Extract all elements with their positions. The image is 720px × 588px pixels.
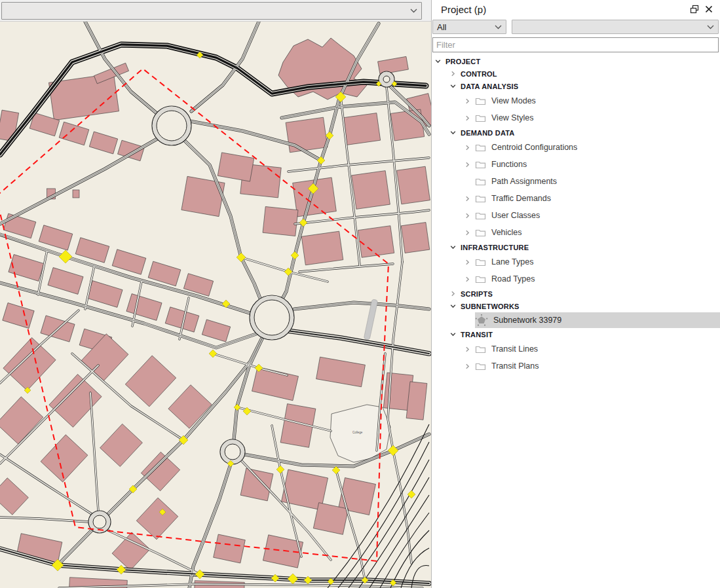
panel-header: Project (p) [432,0,720,18]
tree-item-label: Transit Plans [491,361,539,371]
tree-item-label: Transit Lines [491,344,538,354]
chevron-collapsed-icon[interactable] [464,276,470,282]
chevron-collapsed-icon[interactable] [464,162,470,168]
tree-item-centroid-configurations[interactable]: Centroid Configurations [432,139,720,156]
tree-item-traffic-demands[interactable]: Traffic Demands [432,190,720,207]
tree-item-label: SUBNETWORKS [461,303,520,310]
chevron-expanded-icon[interactable] [435,58,441,64]
chevron-expanded-icon[interactable] [450,130,456,136]
tree-item-path-assignments[interactable]: Path Assignments [432,173,720,190]
tree-item-label: Vehicles [491,228,522,237]
close-icon [705,5,713,13]
chevron-collapsed-icon[interactable] [450,71,456,77]
tree-item-project[interactable]: PROJECT [432,55,720,67]
chevron-collapsed-icon[interactable] [464,145,470,151]
tree-item-vehicles[interactable]: Vehicles [432,224,720,241]
float-window-icon [690,5,699,14]
tree-item-label: Lane Types [491,257,533,266]
type-filter-dropdown[interactable]: All [432,20,506,34]
tree-item-label: Centroid Configurations [491,143,577,152]
tree-item-label: Path Assignments [491,177,557,186]
chevron-collapsed-icon[interactable] [464,98,470,104]
panel-title: Project (p) [441,4,687,15]
chevron-down-icon [410,9,417,13]
folder-icon [475,344,486,354]
chevron-collapsed-icon[interactable] [464,115,470,121]
chevron-collapsed-icon[interactable] [464,259,470,265]
tree-item-label: Road Types [491,274,535,284]
folder-icon [475,113,486,122]
chevron-collapsed-icon[interactable] [464,346,470,352]
tree-item-label: Traffic Demands [491,194,551,203]
project-panel: Project (p) All PROJECTCONTROLDATA ANALY… [431,0,720,588]
folder-icon [475,211,486,220]
tree-item-view-styles[interactable]: View Styles [432,109,720,126]
panel-filter-row: All [432,20,719,34]
tree-item-functions[interactable]: Functions [432,156,720,173]
tree-item-label: View Modes [491,96,536,105]
folder-icon [475,257,486,266]
tree-item-label: User Classes [491,211,540,220]
map-pane: College [0,0,431,588]
chevron-expanded-icon[interactable] [450,244,456,250]
tree-item-road-types[interactable]: Road Types [432,270,720,287]
chevron-expanded-icon[interactable] [450,303,456,309]
svg-text:College: College [352,431,363,434]
map-toolbar [0,0,431,22]
folder-icon [475,160,486,169]
tree-item-label: CONTROL [461,70,497,78]
folder-icon [475,274,486,284]
chevron-down-icon [495,25,502,29]
folder-icon [475,228,486,237]
secondary-filter-dropdown[interactable] [512,20,719,34]
tree-item-transit-plans[interactable]: Transit Plans [432,358,720,375]
tree-item-view-modes[interactable]: View Modes [432,92,720,109]
tree-item-label: View Styles [491,113,533,122]
chevron-down-icon [707,25,714,29]
tree-item-subnetwork-33979[interactable]: Subnetwork 33979 [432,312,720,328]
view-selector-dropdown[interactable] [1,2,422,20]
project-tree: PROJECTCONTROLDATA ANALYSISView ModesVie… [432,55,720,588]
tree-item-control[interactable]: CONTROL [432,67,720,80]
chevron-expanded-icon[interactable] [450,331,456,337]
tree-item-demand-data[interactable]: DEMAND DATA [432,126,720,139]
tree-item-lane-types[interactable]: Lane Types [432,253,720,270]
type-filter-value: All [437,22,446,32]
tree-item-scripts[interactable]: SCRIPTS [432,287,720,300]
folder-icon [475,143,486,152]
chevron-collapsed-icon[interactable] [464,196,470,202]
folder-icon [475,177,486,186]
folder-icon [475,194,486,203]
tree-item-label: PROJECT [445,58,480,65]
chevron-collapsed-icon[interactable] [450,291,456,297]
subnetwork-icon [475,314,488,326]
tree-item-label: DATA ANALYSIS [461,83,518,90]
tree-item-label: TRANSIT [461,331,493,339]
network-map-canvas[interactable]: College [0,22,431,588]
chevron-collapsed-icon[interactable] [464,230,470,236]
tree-item-label: Functions [491,160,527,169]
tree-item-label: INFRASTRUCTURE [461,244,529,251]
tree-filter-input[interactable] [432,37,719,52]
tree-item-infrastructure[interactable]: INFRASTRUCTURE [432,241,720,253]
map-labels: College [352,431,363,434]
float-panel-button[interactable] [687,3,702,16]
tree-item-user-classes[interactable]: User Classes [432,207,720,224]
tree-item-label: Subnetwork 33979 [493,316,561,325]
folder-icon [475,96,486,105]
tree-item-label: SCRIPTS [461,290,493,298]
tree-item-transit-lines[interactable]: Transit Lines [432,340,720,358]
chevron-collapsed-icon[interactable] [464,213,470,219]
chevron-expanded-icon[interactable] [450,83,456,89]
close-panel-button[interactable] [702,3,716,16]
tree-item-transit[interactable]: TRANSIT [432,328,720,340]
tree-item-label: DEMAND DATA [461,129,514,137]
tree-item-subnetworks[interactable]: SUBNETWORKS [432,300,720,312]
tree-item-data-analysis[interactable]: DATA ANALYSIS [432,80,720,92]
chevron-collapsed-icon[interactable] [464,363,470,369]
folder-icon [475,361,486,371]
